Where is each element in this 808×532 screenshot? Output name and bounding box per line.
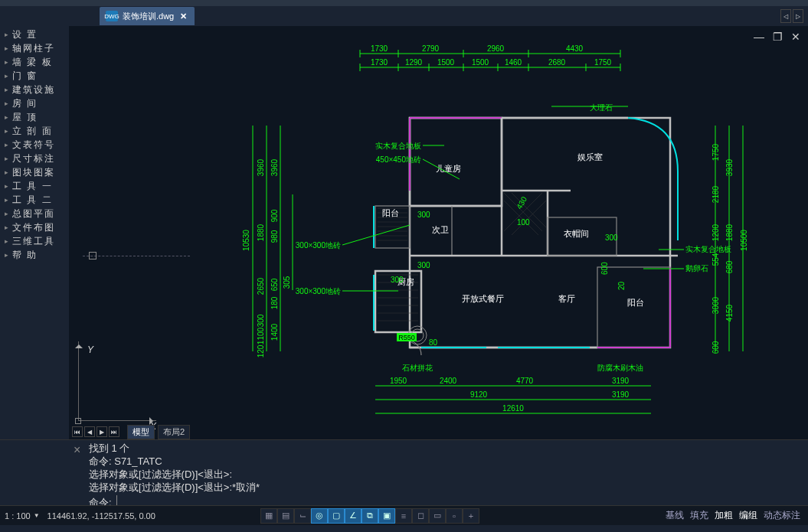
sidebar-item-13[interactable]: ▸总图平面 — [0, 207, 69, 220]
sidebar-item-11[interactable]: ▸工 具 一 — [0, 179, 69, 193]
sidebar-item-8[interactable]: ▸文表符号 — [0, 138, 69, 152]
sidebar-item-label: 工 具 一 — [12, 180, 53, 193]
chevron-right-icon: ▸ — [5, 72, 12, 80]
svg-text:1880: 1880 — [257, 224, 265, 241]
status-toggle-4[interactable]: 动态标注 — [764, 509, 800, 522]
drawing-canvas[interactable]: — ❐ ✕ .dim-line{stroke:#12f412;stroke-wi… — [69, 26, 808, 439]
sidebar-item-14[interactable]: ▸文件布图 — [0, 220, 69, 234]
svg-text:1500: 1500 — [437, 58, 455, 67]
scale-selector[interactable]: 1 : 100▼ — [5, 511, 40, 521]
sidebar-item-6[interactable]: ▸屋 顶 — [0, 110, 69, 124]
svg-text:10500: 10500 — [740, 230, 748, 251]
sidebar-item-label: 屋 顶 — [12, 111, 38, 124]
svg-text:3190: 3190 — [612, 377, 630, 385]
chevron-right-icon: ▸ — [5, 237, 12, 245]
layout-last-icon[interactable]: ⏭ — [109, 426, 119, 437]
sidebar: ▸设 置▸轴网柱子▸墙 梁 板▸门 窗▸建筑设施▸房 间▸屋 顶▸立 剖 面▸文… — [0, 26, 69, 439]
svg-text:1460: 1460 — [505, 58, 522, 67]
status-toggle-1[interactable]: 填充 — [690, 509, 708, 522]
svg-text:4430: 4430 — [566, 44, 584, 53]
svg-text:300: 300 — [417, 211, 430, 219]
svg-text:300: 300 — [605, 233, 618, 242]
sidebar-item-label: 设 置 — [12, 28, 38, 41]
lineweight-icon[interactable]: ≡ — [395, 508, 412, 524]
sidebar-item-9[interactable]: ▸尺寸标注 — [0, 152, 69, 165]
svg-text:3000: 3000 — [711, 296, 720, 314]
svg-text:12610: 12610 — [502, 404, 524, 413]
svg-text:300: 300 — [391, 276, 404, 284]
track-icon[interactable]: ⧉ — [361, 508, 378, 524]
svg-text:防腐木刷木油: 防腐木刷木油 — [597, 364, 643, 372]
status-toggles: 基线填充加粗编组动态标注 — [666, 509, 800, 522]
tab-layout2[interactable]: 布局2 — [158, 425, 190, 439]
sidebar-item-7[interactable]: ▸立 剖 面 — [0, 124, 69, 138]
layout-first-icon[interactable]: ⏮ — [72, 426, 83, 437]
ucs-icon: Y X — [72, 341, 156, 433]
sidebar-item-3[interactable]: ▸门 窗 — [0, 69, 69, 83]
svg-text:鹅卵石: 鹅卵石 — [685, 264, 708, 273]
svg-rect-68 — [410, 118, 670, 348]
sidebar-item-label: 图块图案 — [12, 166, 55, 179]
tool-b-icon[interactable]: ▭ — [429, 508, 446, 524]
maximize-icon[interactable]: ❐ — [771, 31, 783, 43]
osnap-icon[interactable]: ▢ — [328, 508, 345, 524]
sidebar-item-2[interactable]: ▸墙 梁 板 — [0, 55, 69, 69]
status-toggle-3[interactable]: 编组 — [739, 509, 757, 522]
grid-icon[interactable]: ▦ — [260, 508, 277, 524]
document-tabbar: DWG 装饰培训.dwg ✕ ◁ ▷ — [0, 6, 808, 26]
status-toggle-2[interactable]: 加粗 — [715, 509, 733, 522]
chevron-right-icon: ▸ — [5, 141, 12, 149]
coordinates-readout: 114461.92, -112517.55, 0.00 — [47, 511, 155, 521]
close-window-icon[interactable]: ✕ — [790, 31, 802, 43]
svg-text:实木复合地板: 实木复合地板 — [685, 245, 731, 253]
sidebar-item-16[interactable]: ▸帮 助 — [0, 248, 69, 262]
file-tab[interactable]: DWG 装饰培训.dwg ✕ — [100, 7, 195, 25]
menubar — [0, 0, 808, 6]
sidebar-item-label: 帮 助 — [12, 249, 38, 262]
chevron-right-icon: ▸ — [5, 182, 12, 190]
svg-text:600: 600 — [600, 262, 609, 275]
sidebar-item-4[interactable]: ▸建筑设施 — [0, 83, 69, 96]
chevron-right-icon: ▸ — [5, 100, 12, 107]
minimize-icon[interactable]: — — [753, 31, 765, 43]
tab-model[interactable]: 模型 — [127, 425, 155, 439]
tab-nav-arrows: ◁ ▷ — [780, 9, 803, 23]
sidebar-item-12[interactable]: ▸工 具 二 — [0, 193, 69, 207]
svg-text:300×300地砖: 300×300地砖 — [296, 241, 341, 250]
ortho-off-icon[interactable]: ⌙ — [294, 508, 311, 524]
svg-text:450×450地砖: 450×450地砖 — [376, 155, 421, 164]
snap-icon[interactable]: ◎ — [311, 508, 328, 524]
grid2-icon[interactable]: ▤ — [277, 508, 294, 524]
close-tab-icon[interactable]: ✕ — [178, 11, 188, 21]
command-history-line: 找到 1 个 — [89, 442, 800, 455]
sidebar-item-label: 立 剖 面 — [12, 125, 53, 138]
tab-next-icon[interactable]: ▷ — [793, 9, 803, 23]
svg-text:180: 180 — [270, 296, 279, 309]
tab-prev-icon[interactable]: ◁ — [780, 9, 791, 23]
sidebar-item-1[interactable]: ▸轴网柱子 — [0, 41, 69, 55]
status-toggle-0[interactable]: 基线 — [666, 509, 684, 522]
layout-prev-icon[interactable]: ◀ — [84, 426, 95, 437]
svg-text:80: 80 — [429, 338, 438, 347]
svg-text:2680: 2680 — [548, 58, 566, 67]
tool-a-icon[interactable]: ◻ — [412, 508, 429, 524]
sidebar-item-10[interactable]: ▸图块图案 — [0, 165, 69, 179]
svg-text:开放式餐厅: 开放式餐厅 — [462, 294, 504, 303]
layout-next-icon[interactable]: ▶ — [97, 426, 107, 437]
svg-text:554: 554 — [711, 253, 720, 266]
svg-text:次卫: 次卫 — [432, 225, 449, 234]
sidebar-item-15[interactable]: ▸三维工具 — [0, 234, 69, 248]
tool-c-icon[interactable]: ▫ — [446, 508, 463, 524]
sidebar-item-5[interactable]: ▸房 间 — [0, 96, 69, 110]
sidebar-item-label: 文表符号 — [12, 139, 55, 152]
tool-d-icon[interactable]: + — [463, 508, 479, 524]
sidebar-item-label: 房 间 — [12, 97, 38, 110]
svg-text:1950: 1950 — [390, 377, 407, 385]
polar-icon[interactable]: ∠ — [345, 508, 361, 524]
sidebar-item-0[interactable]: ▸设 置 — [0, 28, 69, 41]
svg-text:1400: 1400 — [270, 323, 279, 341]
svg-text:980: 980 — [270, 230, 279, 243]
dyn-icon[interactable]: ▣ — [378, 508, 395, 524]
svg-text:2790: 2790 — [422, 44, 440, 53]
command-close-icon[interactable]: × — [74, 443, 80, 456]
